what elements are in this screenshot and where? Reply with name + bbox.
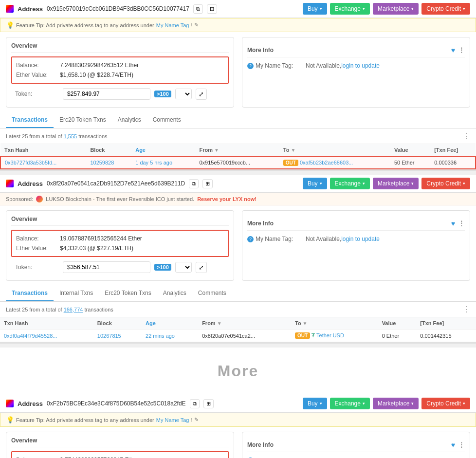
token-label: Token:	[15, 264, 59, 271]
address-header-left: Address0x8f20a07e0541ca2Db9152D7e521Aee5…	[6, 179, 213, 188]
my-name-tag-row: ? My Name Tag:Not Available, login to up…	[247, 233, 465, 245]
heart-icon[interactable]: ♥	[451, 46, 455, 54]
dots-icon[interactable]: ⋮	[458, 441, 465, 449]
txn-fee-text: 0.000336	[434, 160, 457, 165]
pencil-icon: ✎	[194, 22, 199, 28]
heart-icon[interactable]: ♥	[451, 220, 455, 227]
dots-icon[interactable]: ⋮	[458, 220, 465, 227]
token-input[interactable]	[63, 261, 150, 273]
my-name-tag-link[interactable]: My Name Tag	[156, 22, 189, 28]
feature-tip: 💡Feature Tip: Add private address tag to…	[0, 413, 476, 427]
col-age: Age	[131, 144, 195, 157]
age-link[interactable]: Age	[135, 147, 146, 153]
col-txn-fee: [Txn Fee]	[416, 317, 476, 330]
heart-icon[interactable]: ♥	[451, 441, 455, 449]
marketplace-button[interactable]: Marketplace ▾	[373, 178, 419, 189]
block-link[interactable]: 10259828	[90, 160, 114, 165]
from-address: 0x8f20a07e0541ca2...	[202, 333, 255, 339]
block-link[interactable]: 10267815	[97, 333, 121, 339]
to-link[interactable]: 0xaf5b23b2ae68603...	[300, 160, 353, 165]
token-select[interactable]	[175, 89, 192, 99]
tab-transactions[interactable]: Transactions	[6, 112, 54, 128]
cryptoCredit-button[interactable]: Crypto Credit ▾	[421, 3, 470, 15]
transaction-table-wrapper: Txn HashBlockAgeFrom ▼To ▼Value[Txn Fee]…	[0, 144, 476, 169]
login-to-update-link[interactable]: login to update	[341, 62, 380, 69]
overview-grid: OverviewBalance:19.067887691532565244 Et…	[0, 205, 476, 286]
exchange-button[interactable]: Exchange ▾	[330, 398, 370, 409]
tab-analytics[interactable]: Analytics	[157, 286, 192, 301]
sponsored-label: Sponsored:	[6, 196, 33, 202]
dots-icon[interactable]: ⋮	[458, 46, 465, 54]
col-block: Block	[86, 144, 131, 157]
balance-row: Balance:7.248830292984263512 Ether	[16, 60, 224, 70]
txn-hash-link[interactable]: 0xdf0a4f4f79d45528...	[4, 333, 57, 339]
more-info-label: More Info	[247, 441, 274, 448]
marketplace-button[interactable]: Marketplace ▾	[373, 398, 419, 409]
col-age: Age	[142, 317, 198, 330]
expand-button[interactable]: ⤢	[196, 89, 207, 100]
col-txn-hash: Txn Hash	[0, 317, 93, 330]
exchange-button[interactable]: Exchange ▾	[330, 178, 370, 189]
token-row: Token:>100⤢	[11, 86, 229, 102]
txn-hash-link[interactable]: 0x3b727fd3a53b5fd...	[5, 160, 56, 165]
buy-button[interactable]: Buy ▾	[303, 398, 327, 409]
sponsored-link[interactable]: Reserve your LYX now!	[197, 196, 256, 202]
grid-button[interactable]: ⊞	[202, 179, 213, 188]
my-name-tag-link[interactable]: My Name Tag	[156, 417, 189, 423]
txn-count-link[interactable]: 166,774	[64, 307, 83, 312]
tab-analytics[interactable]: Analytics	[112, 112, 147, 128]
value-text: 0 Ether	[382, 333, 399, 339]
copy-button[interactable]: ⧉	[189, 179, 199, 188]
more-button[interactable]: More	[218, 362, 258, 380]
col-txn-fee: [Txn Fee]	[430, 144, 476, 157]
feature-tip-text: Feature Tip: Add private address tag to …	[16, 417, 154, 423]
cryptoCredit-button[interactable]: Crypto Credit ▾	[421, 398, 470, 409]
my-name-tag-value: Not Available,	[306, 236, 341, 242]
more-container: More	[0, 348, 476, 395]
tabs-bar: TransactionsInternal TxnsErc20 Token Txn…	[0, 286, 476, 302]
tab-internal-txns[interactable]: Internal Txns	[54, 286, 99, 301]
three-dots-icon[interactable]: ⋮	[462, 131, 470, 141]
token-input[interactable]	[63, 88, 150, 100]
three-dots-icon[interactable]: ⋮	[462, 305, 470, 314]
more-info-title: More Info♥⋮	[247, 42, 465, 57]
table-row: 0x3b727fd3a53b5fd...102598281 day 5 hrs …	[0, 156, 476, 169]
address-hash: 0xF2b75BC9Ec34e3C4f875D60B54e52c5C018a2f…	[47, 400, 186, 407]
tab-transactions[interactable]: Transactions	[6, 286, 54, 301]
buy-button[interactable]: Buy ▾	[303, 178, 327, 189]
token-select[interactable]	[175, 262, 192, 273]
buy-button[interactable]: Buy ▾	[303, 3, 327, 15]
marketplace-button[interactable]: Marketplace ▾	[373, 3, 419, 15]
copy-button[interactable]: ⧉	[190, 399, 200, 408]
exchange-button[interactable]: Exchange ▾	[330, 3, 370, 15]
sponsored-text: LUKSO Blockchain - The first ever Revers…	[46, 196, 194, 202]
expand-button[interactable]: ⤢	[196, 262, 207, 273]
tab-erc20-token-txns[interactable]: Erc20 Token Txns	[54, 112, 112, 128]
direction-badge: OUT	[283, 160, 298, 166]
to-link[interactable]: Tether USD	[316, 332, 344, 338]
lightbulb-icon: 💡	[6, 416, 14, 423]
grid-button[interactable]: ⊞	[207, 4, 217, 14]
to-filter-icon: ▼	[291, 147, 295, 153]
tab-erc20-token-txns[interactable]: Erc20 Token Txns	[99, 286, 157, 301]
grid-button[interactable]: ⊞	[203, 399, 214, 408]
table-row: 0xdf0a4f4f79d45528...1026781522 mins ago…	[0, 330, 476, 342]
address-block-1: Address0x915e570019cCcb061DB94F3dBB0CC56…	[0, 0, 476, 171]
tab-comments[interactable]: Comments	[147, 112, 187, 128]
age-text: 22 mins ago	[146, 333, 175, 339]
cryptoCredit-button[interactable]: Crypto Credit ▾	[421, 178, 470, 189]
balance-block: Balance:19.067887691532565244 EtherEther…	[11, 230, 229, 257]
more-info-label: More Info	[247, 220, 274, 227]
more-info-box: More Info♥⋮? My Name Tag:Not Available, …	[242, 37, 470, 108]
more-info-icons: ♥⋮	[451, 220, 465, 227]
top-bar: Address0x915e570019cCcb061DB94F3dBB0CC56…	[0, 0, 476, 18]
age-link[interactable]: Age	[146, 320, 156, 326]
tab-comments[interactable]: Comments	[192, 286, 232, 301]
copy-button[interactable]: ⧉	[193, 4, 203, 14]
ether-value-label: Ether Value:	[16, 72, 60, 78]
txn-count-link[interactable]: 1,555	[64, 133, 77, 139]
overview-box: OverviewBalance:7.248830292984263512 Eth…	[6, 37, 234, 108]
login-to-update-link[interactable]: login to update	[341, 236, 380, 242]
balance-row: Balance:19.067887691532565244 Ether	[16, 234, 224, 243]
feature-tip: 💡Feature Tip: Add private address tag to…	[0, 18, 476, 32]
